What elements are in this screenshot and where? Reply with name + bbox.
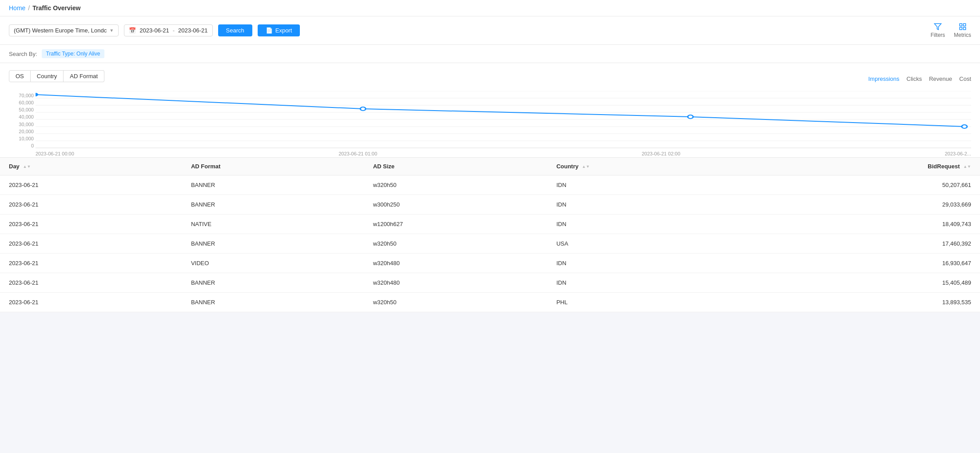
cell-bidrequests: 15,405,489 [745,273,980,293]
cell-ad-format: BANNER [182,175,364,195]
y-label-10k: 10,000 [9,136,34,141]
metric-cost[interactable]: Cost [959,76,971,82]
table-row: 2023-06-21 BANNER w320h50 PHL 13,893,535 [0,293,980,312]
table-row: 2023-06-21 BANNER w320h50 USA 17,460,392 [0,234,980,254]
chart-point-2 [360,107,366,111]
x-label-0: 2023-06-21 00:00 [36,151,74,156]
timezone-value: (GMT) Western Europe Time, Londc [14,27,107,34]
x-label-3: 2023-06-2... [945,151,971,156]
y-label-20k: 20,000 [9,129,34,134]
cell-ad-size: w320h50 [364,234,548,254]
tab-ad-format[interactable]: AD Format [64,70,104,82]
metrics-action[interactable]: Metrics [954,23,971,38]
toolbar-right: Filters Metrics [931,23,971,38]
y-label-60k: 60,000 [9,100,34,105]
svg-marker-0 [934,24,941,30]
sort-icon-country[interactable]: ▲▼ [582,165,590,169]
filter-bar-label: Search By: [9,51,37,57]
search-button[interactable]: Search [218,24,252,36]
cell-ad-size: w320h480 [364,254,548,273]
y-label-40k: 40,000 [9,114,34,119]
export-icon: 📄 [266,27,273,34]
y-axis: 70,000 60,000 50,000 40,000 30,000 20,00… [9,91,36,157]
sort-icon-day[interactable]: ▲▼ [23,165,31,169]
sort-icon-bidrequests[interactable]: ▲▼ [963,165,971,169]
chevron-down-icon: ▼ [109,28,114,33]
tab-country[interactable]: Country [31,70,64,82]
cell-ad-format: BANNER [182,273,364,293]
cell-ad-format: BANNER [182,234,364,254]
data-table: Day ▲▼ AD Format AD Size Country ▲▼ BidR… [0,158,980,312]
col-header-country: Country ▲▼ [547,158,745,175]
date-to[interactable]: 2023-06-21 [178,27,208,34]
table-section: Day ▲▼ AD Format AD Size Country ▲▼ BidR… [0,158,980,312]
export-button[interactable]: 📄 Export [258,24,300,36]
chart-line [36,95,964,127]
svg-rect-3 [963,28,965,30]
metric-impressions[interactable]: Impressions [868,76,899,82]
chart-point-4 [962,125,967,128]
cell-country: PHL [547,293,745,312]
cell-ad-format: VIDEO [182,254,364,273]
cell-country: IDN [547,273,745,293]
chart-header: OS Country AD Format Impressions Clicks … [9,70,971,87]
cell-bidrequests: 13,893,535 [745,293,980,312]
y-label-70k: 70,000 [9,93,34,98]
table-body: 2023-06-21 BANNER w320h50 IDN 50,207,661… [0,175,980,312]
table-row: 2023-06-21 BANNER w300h250 IDN 29,033,66… [0,195,980,215]
cell-day: 2023-06-21 [0,254,182,273]
cell-day: 2023-06-21 [0,175,182,195]
cell-bidrequests: 16,930,647 [745,254,980,273]
filters-action[interactable]: Filters [931,23,945,38]
tab-os[interactable]: OS [9,70,31,82]
svg-rect-4 [960,28,962,30]
date-from[interactable]: 2023-06-21 [139,27,169,34]
cell-country: IDN [547,254,745,273]
table-row: 2023-06-21 NATIVE w1200h627 IDN 18,409,7… [0,215,980,234]
cell-bidrequests: 50,207,661 [745,175,980,195]
cell-ad-size: w320h50 [364,175,548,195]
table-row: 2023-06-21 BANNER w320h50 IDN 50,207,661 [0,175,980,195]
cell-day: 2023-06-21 [0,234,182,254]
col-header-bidrequests: BidRequest ▲▼ [745,158,980,175]
cell-ad-format: BANNER [182,195,364,215]
col-header-day: Day ▲▼ [0,158,182,175]
cell-day: 2023-06-21 [0,273,182,293]
chart-body: 70,000 60,000 50,000 40,000 30,000 20,00… [9,91,971,157]
x-label-2: 2023-06-21 02:00 [641,151,680,156]
chart-tabs: OS Country AD Format [9,70,104,82]
svg-rect-2 [963,24,965,26]
table-header: Day ▲▼ AD Format AD Size Country ▲▼ BidR… [0,158,980,175]
timezone-selector[interactable]: (GMT) Western Europe Time, Londc ▼ [9,24,119,36]
table-row: 2023-06-21 BANNER w320h480 IDN 15,405,48… [0,273,980,293]
date-range-picker[interactable]: 📅 2023-06-21 - 2023-06-21 [124,24,212,36]
x-label-1: 2023-06-21 01:00 [339,151,377,156]
cell-ad-size: w1200h627 [364,215,548,234]
cell-ad-format: NATIVE [182,215,364,234]
cell-ad-format: BANNER [182,293,364,312]
cell-ad-size: w320h50 [364,293,548,312]
chart-point-1 [36,93,38,96]
cell-day: 2023-06-21 [0,293,182,312]
breadcrumb-home[interactable]: Home [9,4,25,12]
cell-country: USA [547,234,745,254]
cell-country: IDN [547,195,745,215]
traffic-type-tag[interactable]: Traffic Type: Only Alive [42,49,105,58]
breadcrumb-current: Traffic Overview [32,4,80,12]
metric-clicks[interactable]: Clicks [907,76,922,82]
breadcrumb: Home / Traffic Overview [9,4,80,12]
chart-svg [36,91,971,149]
chart-inner: 2023-06-21 00:00 2023-06-21 01:00 2023-0… [36,91,971,157]
cell-bidrequests: 29,033,669 [745,195,980,215]
cell-ad-size: w300h250 [364,195,548,215]
cell-country: IDN [547,175,745,195]
cell-day: 2023-06-21 [0,195,182,215]
col-header-ad-format: AD Format [182,158,364,175]
x-axis: 2023-06-21 00:00 2023-06-21 01:00 2023-0… [36,150,971,157]
cell-day: 2023-06-21 [0,215,182,234]
cell-country: IDN [547,215,745,234]
metric-revenue[interactable]: Revenue [929,76,952,82]
cell-ad-size: w320h480 [364,273,548,293]
chart-point-3 [688,115,693,119]
top-bar: Home / Traffic Overview [0,0,980,16]
